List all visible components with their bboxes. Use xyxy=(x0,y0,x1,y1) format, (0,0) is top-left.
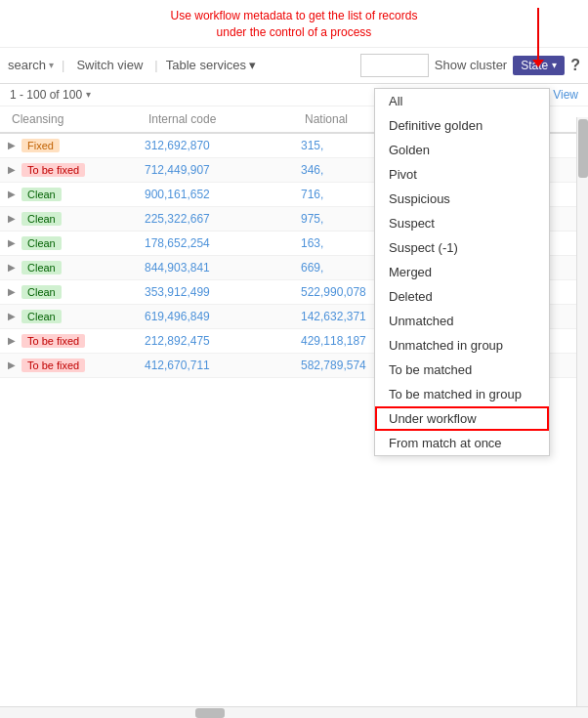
cleansing-cell: ▶ Clean xyxy=(8,236,145,250)
internal-code: 844,903,841 xyxy=(145,261,301,275)
internal-code: 178,652,254 xyxy=(145,236,301,250)
dropdown-item[interactable]: Merged xyxy=(375,260,549,284)
status-badge: Clean xyxy=(21,212,62,226)
pagination-info: 1 - 100 of 100 ▾ xyxy=(10,88,91,102)
triangle-icon: ▶ xyxy=(8,164,16,175)
cleansing-cell: ▶ Clean xyxy=(8,310,145,323)
dropdown-item[interactable]: To be matched in group xyxy=(375,382,549,406)
cleansing-cell: ▶ To be fixed xyxy=(8,163,145,177)
divider1: | xyxy=(62,58,64,72)
dropdown-item[interactable]: Suspicious xyxy=(375,187,549,211)
status-badge: Clean xyxy=(21,261,62,275)
internal-code: 619,496,849 xyxy=(145,310,301,323)
cleansing-cell: ▶ To be fixed xyxy=(8,334,145,348)
show-cluster-label: Show cluster xyxy=(435,58,507,72)
pagination-range: 1 - 100 of 100 xyxy=(10,88,82,102)
dropdown-item[interactable]: To be matched xyxy=(375,358,549,382)
search-input[interactable] xyxy=(360,54,429,77)
dropdown-item[interactable]: Unmatched xyxy=(375,309,549,333)
triangle-icon: ▶ xyxy=(8,359,16,370)
table-services-label: Table services xyxy=(166,58,246,72)
status-badge: To be fixed xyxy=(21,359,85,372)
tooltip-line1: Use workflow metadata to get the list of… xyxy=(171,9,418,22)
scrollbar-thumb[interactable] xyxy=(578,119,588,178)
switch-view-button[interactable]: Switch view xyxy=(72,56,147,74)
dropdown-item[interactable]: Definitive golden xyxy=(375,113,549,138)
internal-code: 212,892,475 xyxy=(145,334,301,348)
help-button[interactable]: ? xyxy=(570,57,580,74)
status-badge: Clean xyxy=(21,188,62,201)
triangle-icon: ▶ xyxy=(8,140,16,150)
status-badge: To be fixed xyxy=(21,163,85,177)
toolbar: search ▾ | Switch view | Table services … xyxy=(0,48,588,84)
header-internal-code: Internal code xyxy=(145,110,301,128)
internal-code: 312,692,870 xyxy=(145,139,301,152)
horizontal-scrollbar[interactable] xyxy=(0,706,588,718)
dropdown-item[interactable]: All xyxy=(375,89,549,113)
tooltip-line2: under the control of a process xyxy=(217,25,372,39)
status-badge: Clean xyxy=(21,236,62,250)
triangle-icon: ▶ xyxy=(8,189,16,199)
pagination-chevron-icon[interactable]: ▾ xyxy=(86,89,91,100)
tooltip-banner: Use workflow metadata to get the list of… xyxy=(0,0,588,48)
status-badge: To be fixed xyxy=(21,334,85,348)
status-badge: Clean xyxy=(21,285,62,299)
dropdown-item[interactable]: Under workflow xyxy=(375,406,549,431)
dropdown-item[interactable]: Suspect (-1) xyxy=(375,235,549,260)
status-badge: Clean xyxy=(21,310,62,323)
dropdown-item[interactable]: Pivot xyxy=(375,162,549,187)
dropdown-item[interactable]: From match at once xyxy=(375,431,549,455)
cleansing-cell: ▶ Clean xyxy=(8,285,145,299)
table-services-chevron-icon: ▾ xyxy=(249,58,256,72)
triangle-icon: ▶ xyxy=(8,213,16,224)
search-label: search xyxy=(8,58,46,72)
internal-code: 712,449,907 xyxy=(145,163,301,177)
state-chevron-icon: ▾ xyxy=(552,60,557,70)
arrow-annotation xyxy=(537,8,539,61)
dropdown-item[interactable]: Suspect xyxy=(375,211,549,235)
triangle-icon: ▶ xyxy=(8,311,16,321)
internal-code: 900,161,652 xyxy=(145,188,301,201)
header-cleansing: Cleansing xyxy=(8,110,145,128)
triangle-icon: ▶ xyxy=(8,335,16,346)
horizontal-scrollbar-thumb[interactable] xyxy=(195,708,225,718)
triangle-icon: ▶ xyxy=(8,286,16,297)
search-button[interactable]: search ▾ xyxy=(8,58,54,72)
dropdown-item[interactable]: Golden xyxy=(375,138,549,162)
internal-code: 412,670,711 xyxy=(145,359,301,372)
internal-code: 353,912,499 xyxy=(145,285,301,299)
status-badge: Fixed xyxy=(21,139,60,152)
internal-code: 225,322,667 xyxy=(145,212,301,226)
table-services-button[interactable]: Table services ▾ xyxy=(166,58,256,72)
cleansing-cell: ▶ To be fixed xyxy=(8,359,145,372)
cleansing-cell: ▶ Clean xyxy=(8,188,145,201)
cleansing-cell: ▶ Clean xyxy=(8,212,145,226)
dropdown-item[interactable]: Unmatched in group xyxy=(375,333,549,358)
triangle-icon: ▶ xyxy=(8,237,16,248)
search-chevron-icon: ▾ xyxy=(49,60,54,70)
state-dropdown: AllDefinitive goldenGoldenPivotSuspiciou… xyxy=(374,88,550,456)
triangle-icon: ▶ xyxy=(8,262,16,273)
dropdown-item[interactable]: Deleted xyxy=(375,284,549,309)
view-link[interactable]: View xyxy=(553,88,578,102)
vertical-scrollbar[interactable] xyxy=(576,117,588,718)
cleansing-cell: ▶ Fixed xyxy=(8,139,145,152)
cleansing-cell: ▶ Clean xyxy=(8,261,145,275)
divider2: | xyxy=(154,58,157,72)
